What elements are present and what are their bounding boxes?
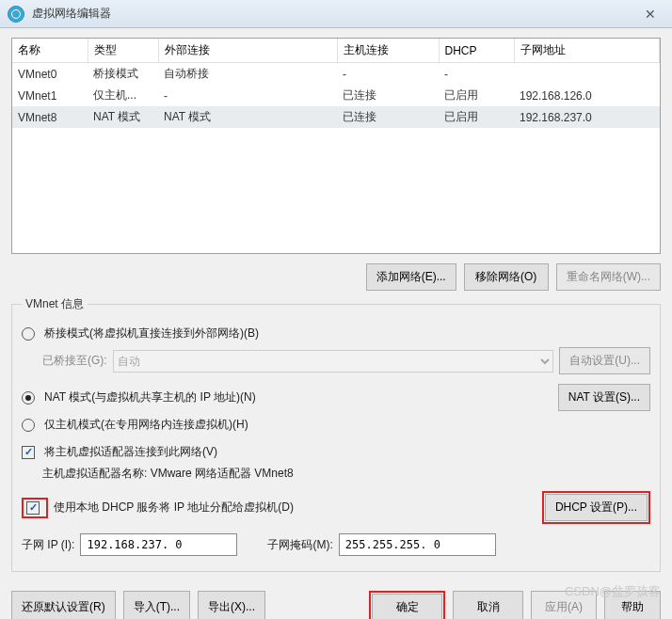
bridge-mode-radio[interactable]	[22, 327, 35, 341]
table-row[interactable]: VMnet1仅主机...- 已连接已启用192.168.126.0	[12, 85, 660, 106]
help-button[interactable]: 帮助	[604, 591, 661, 619]
subnet-ip-input[interactable]	[80, 533, 237, 556]
restore-defaults-button[interactable]: 还原默认设置(R)	[11, 591, 116, 619]
adapter-name-label: 主机虚拟适配器名称: VMware 网络适配器 VMnet8	[42, 466, 294, 482]
hostonly-mode-radio[interactable]	[22, 419, 35, 432]
dhcp-settings-button[interactable]: DHCP 设置(P)...	[545, 494, 648, 521]
subnet-ip-label: 子网 IP (I):	[22, 537, 74, 553]
nat-mode-radio[interactable]	[22, 391, 35, 405]
table-header-row: 名称 类型 外部连接 主机连接 DHCP 子网地址	[12, 39, 660, 63]
app-icon	[8, 6, 24, 23]
hostonly-mode-label: 仅主机模式(在专用网络内连接虚拟机)(H)	[44, 417, 248, 433]
nat-mode-label: NAT 模式(与虚拟机共享主机的 IP 地址)(N)	[44, 389, 256, 405]
connect-adapter-checkbox[interactable]	[22, 446, 35, 459]
bridged-to-label: 已桥接至(G):	[42, 353, 107, 369]
import-button[interactable]: 导入(T)...	[123, 591, 190, 619]
ok-button[interactable]: 确定	[372, 594, 442, 619]
subnet-mask-input[interactable]	[339, 533, 496, 556]
network-list[interactable]: 名称 类型 外部连接 主机连接 DHCP 子网地址 VMnet0桥接模式自动桥接…	[11, 38, 661, 254]
title-bar: 虚拟网络编辑器 ✕	[0, 0, 672, 28]
table-row[interactable]: VMnet0桥接模式自动桥接 --	[12, 63, 660, 86]
bridge-mode-label: 桥接模式(将虚拟机直接连接到外部网络)(B)	[44, 325, 259, 341]
table-row[interactable]: VMnet8NAT 模式NAT 模式 已连接已启用192.168.237.0	[12, 106, 660, 128]
remove-network-button[interactable]: 移除网络(O)	[464, 263, 549, 291]
subnet-mask-label: 子网掩码(M):	[267, 537, 332, 553]
export-button[interactable]: 导出(X)...	[198, 591, 265, 619]
dhcp-checkbox[interactable]	[26, 501, 40, 515]
cancel-button[interactable]: 取消	[453, 591, 523, 619]
rename-network-button: 重命名网络(W)...	[556, 263, 661, 291]
add-network-button[interactable]: 添加网络(E)...	[366, 263, 456, 291]
vmnet-info-legend: VMnet 信息	[22, 296, 88, 312]
vmnet-info-group: VMnet 信息 桥接模式(将虚拟机直接连接到外部网络)(B) 已桥接至(G):…	[11, 296, 661, 572]
nat-settings-button[interactable]: NAT 设置(S)...	[558, 384, 650, 411]
window-title: 虚拟网络编辑器	[32, 6, 636, 22]
dhcp-label: 使用本地 DHCP 服务将 IP 地址分配给虚拟机(D)	[54, 500, 294, 516]
apply-button: 应用(A)	[531, 591, 597, 619]
auto-settings-button: 自动设置(U)...	[559, 347, 650, 374]
bridged-to-select: 自动	[113, 350, 554, 373]
close-icon[interactable]: ✕	[636, 7, 664, 22]
connect-adapter-label: 将主机虚拟适配器连接到此网络(V)	[44, 444, 217, 460]
